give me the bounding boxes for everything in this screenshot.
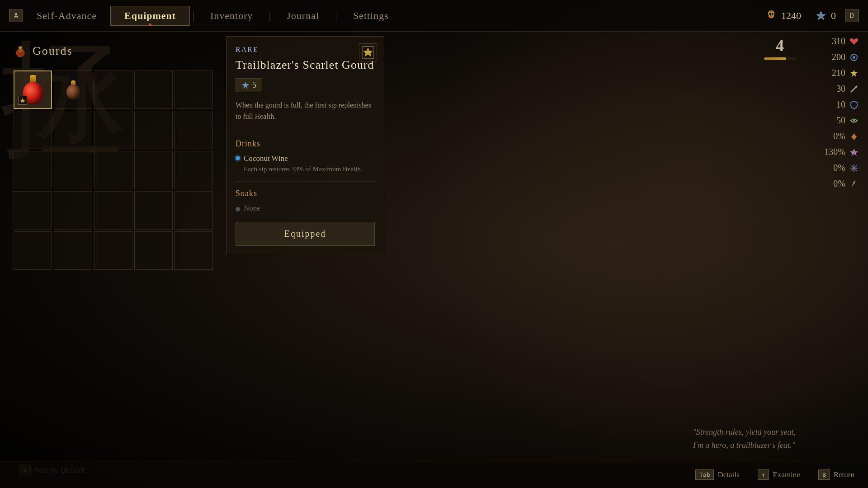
- tab-equipment[interactable]: Equipment: [110, 6, 190, 26]
- grid-slot-4-3[interactable]: [94, 191, 132, 230]
- gourds-icon: [14, 44, 27, 58]
- grid-slot-3-5[interactable]: [175, 151, 213, 189]
- nav-key-d[interactable]: D: [845, 9, 859, 22]
- nav-sep-2: |: [266, 9, 273, 22]
- grid-slot-1-4[interactable]: [134, 70, 173, 109]
- item-count: 5: [236, 78, 262, 92]
- center-panel: Rare Trailblazer's Scarlet Gourd 5 When …: [226, 32, 389, 488]
- drink-option-coconut-wine[interactable]: Coconut Wine Each sip restores 33% of Ma…: [236, 154, 375, 174]
- bottom-bar: Tab Details ↑ Examine B Return: [0, 461, 868, 488]
- action-return[interactable]: B Return: [818, 469, 854, 480]
- examine-key: ↑: [758, 469, 769, 480]
- action-details[interactable]: Tab Details: [695, 469, 740, 480]
- currency-1-icon: [765, 9, 778, 22]
- section-header: Gourds: [14, 41, 217, 61]
- main-content: Gourds: [0, 32, 868, 488]
- item-count-value: 5: [252, 80, 256, 90]
- nav-key-a[interactable]: A: [9, 9, 23, 22]
- tab-settings[interactable]: Settings: [340, 6, 402, 25]
- item-badge-icon: [359, 43, 377, 61]
- grid-slot-1-5[interactable]: [175, 70, 213, 109]
- drink-name: Coconut Wine: [244, 154, 363, 163]
- currency-2-icon: [815, 9, 827, 22]
- grid-slot-2-4[interactable]: [134, 111, 173, 149]
- currency-2: 0: [815, 9, 836, 22]
- tab-inventory[interactable]: Inventory: [197, 6, 267, 25]
- drink-description: Each sip restores 33% of Maximum Health.: [244, 164, 363, 174]
- grid-slot-1-1[interactable]: [14, 70, 52, 109]
- item-name: Trailblazer's Scarlet Gourd: [236, 57, 375, 73]
- grid-slot-3-2[interactable]: [54, 151, 92, 189]
- details-label: Details: [717, 470, 739, 479]
- item-rarity: Rare: [236, 46, 375, 54]
- examine-label: Examine: [773, 470, 800, 479]
- slot-item-gourd-small: [57, 74, 89, 106]
- tab-journal[interactable]: Journal: [273, 6, 333, 25]
- top-navigation: A Self-Advance Equipment | Inventory | J…: [0, 0, 868, 32]
- soaks-section-title: Soaks: [236, 189, 375, 198]
- section-title: Gourds: [33, 44, 73, 58]
- grid-slot-2-2[interactable]: [54, 111, 92, 149]
- inventory-grid: [14, 70, 217, 452]
- svg-point-3: [19, 47, 22, 48]
- return-key: B: [818, 469, 830, 480]
- gourd-small-visual: [65, 80, 81, 99]
- grid-slot-3-4[interactable]: [134, 151, 173, 189]
- grid-slot-5-5[interactable]: [175, 231, 213, 270]
- grid-slot-2-3[interactable]: [94, 111, 132, 149]
- grid-slot-3-3[interactable]: [94, 151, 132, 189]
- grid-slot-4-5[interactable]: [175, 191, 213, 230]
- drinks-section-title: Drinks: [236, 139, 375, 149]
- grid-slot-4-4[interactable]: [134, 191, 173, 230]
- grid-slot-5-4[interactable]: [134, 231, 173, 270]
- grid-slot-5-3[interactable]: [94, 231, 132, 270]
- drink-active-dot: [236, 156, 240, 160]
- equipped-badge: [18, 96, 27, 105]
- grid-slot-2-1[interactable]: [14, 111, 52, 149]
- grid-slot-5-1[interactable]: [14, 231, 52, 270]
- currency-2-value: 0: [831, 10, 836, 22]
- grid-slot-1-3[interactable]: [94, 70, 132, 109]
- grid-slot-4-1[interactable]: [14, 191, 52, 230]
- grid-slot-4-2[interactable]: [54, 191, 92, 230]
- left-panel: Gourds: [0, 32, 226, 488]
- nav-sep-3: |: [333, 9, 340, 22]
- grid-slot-2-5[interactable]: [175, 111, 213, 149]
- equip-button[interactable]: Equipped: [236, 222, 375, 246]
- slot-item-gourd-main: [17, 74, 49, 106]
- nav-currency-area: 1240 0: [765, 9, 836, 22]
- drink-details: Coconut Wine Each sip restores 33% of Ma…: [244, 154, 363, 174]
- currency-1: 1240: [765, 9, 801, 22]
- soak-name: None: [244, 204, 260, 213]
- action-examine[interactable]: ↑ Examine: [758, 469, 800, 480]
- svg-marker-5: [242, 82, 249, 89]
- grid-slot-3-1[interactable]: [14, 151, 52, 189]
- grid-slot-1-2[interactable]: [54, 70, 92, 109]
- gourd-small-body: [66, 84, 80, 99]
- nav-sep-1: |: [190, 9, 197, 22]
- grid-slot-5-2[interactable]: [54, 231, 92, 270]
- currency-1-value: 1240: [781, 10, 801, 22]
- soak-none: None: [236, 204, 375, 213]
- tab-self-advance[interactable]: Self-Advance: [23, 6, 110, 25]
- return-label: Return: [834, 470, 854, 479]
- item-description: When the gourd is full, the first sip re…: [236, 99, 375, 130]
- item-card: Rare Trailblazer's Scarlet Gourd 5 When …: [226, 36, 384, 255]
- nav-tabs: Self-Advance Equipment | Inventory | Jou…: [23, 6, 765, 26]
- soak-inactive-dot: [236, 207, 240, 211]
- section-divider: [236, 181, 375, 182]
- details-key: Tab: [695, 469, 714, 480]
